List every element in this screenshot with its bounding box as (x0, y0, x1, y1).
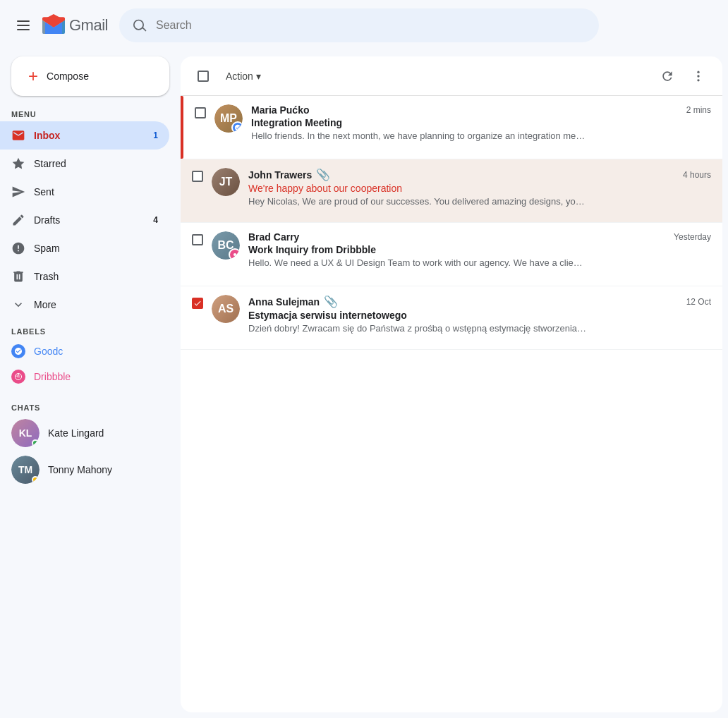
email-content-1: Maria Pućko 2 mins Integration Meeting H… (251, 104, 711, 141)
john-avatar: JT (212, 168, 240, 196)
unread-divider-1 (181, 96, 183, 159)
hamburger-icon (17, 20, 30, 30)
email-time-1: 2 mins (686, 105, 711, 115)
svg-point-7 (697, 71, 699, 73)
chat-avatar-tonny: TM (11, 456, 40, 484)
email-item-1[interactable]: MP Maria Pućko 2 mins Integration Meetin… (181, 96, 722, 159)
sidebar-item-label-starred: Starred (34, 158, 158, 169)
email-content-3: Brad Carry Yesterday Work Inquiry from D… (248, 231, 711, 268)
compose-plus-icon: + (28, 68, 38, 85)
svg-point-0 (16, 374, 22, 380)
svg-point-10 (233, 253, 236, 256)
sidebar-item-label-more: More (34, 299, 158, 310)
email-header-1: Maria Pućko 2 mins (251, 104, 711, 116)
topbar: Gmail (0, 0, 728, 51)
select-all-checkbox[interactable] (198, 71, 209, 82)
sidebar-item-drafts[interactable]: Drafts 4 (0, 206, 169, 234)
email-preview-4: Dzień dobry! Zwracam się do Państwa z pr… (248, 323, 587, 334)
main-layout: + Compose MENU Inbox 1 Starred Sent (0, 51, 728, 718)
sidebar-item-spam[interactable]: Spam (0, 234, 169, 262)
email-list: MP Maria Pućko 2 mins Integration Meetin… (181, 96, 722, 712)
svg-point-5 (149, 469, 151, 471)
sidebar-item-label-sent: Sent (34, 186, 158, 197)
gmail-logo-icon (41, 13, 66, 38)
chat-avatar-kate: KL (11, 419, 40, 447)
anna-avatar: AS (212, 295, 240, 323)
email-select-checkbox-2[interactable] (192, 171, 203, 182)
email-subject-4: Estymacja serwisu internetowego (248, 310, 711, 321)
email-select-checkbox-1[interactable] (195, 107, 206, 118)
chats-section-label: CHATS (0, 395, 181, 415)
spam-icon (11, 241, 25, 255)
email-preview-3: Hello. We need a UX & UI Design Team to … (248, 257, 587, 268)
gmail-text: Gmail (69, 16, 108, 35)
email-item-3[interactable]: BC Brad Carry Yesterday Work Inquiry fro… (181, 223, 722, 286)
email-time-3: Yesterday (674, 232, 711, 242)
email-checkbox-2 (192, 168, 203, 182)
label-item-goodc[interactable]: Goodc (0, 339, 169, 364)
labels-section-label: LABELS (0, 319, 181, 339)
email-avatar-3: BC (212, 231, 240, 260)
search-bar (119, 8, 599, 42)
attachment-icon-4: 📎 (324, 295, 338, 308)
sidebar: + Compose MENU Inbox 1 Starred Sent (0, 51, 181, 718)
email-sender-4: Anna Sulejman 📎 (248, 295, 338, 308)
label-item-dribbble[interactable]: Dribbble (0, 364, 169, 389)
email-time-2: 4 hours (683, 170, 711, 180)
compose-button[interactable]: + Compose (11, 56, 169, 96)
sidebar-item-label-spam: Spam (34, 243, 158, 254)
email-sender-2: John Trawers 📎 (248, 168, 330, 181)
email-time-4: 12 Oct (686, 297, 711, 307)
brad-avatar-badge (229, 248, 240, 260)
chat-item-kate[interactable]: KL Kate Lingard (0, 415, 169, 451)
chat-name-tonny: Tonny Mahony (48, 464, 133, 475)
email-header-4: Anna Sulejman 📎 12 Oct (248, 295, 711, 308)
sidebar-item-sent[interactable]: Sent (0, 178, 169, 206)
svg-point-9 (697, 79, 699, 81)
refresh-button[interactable] (655, 63, 680, 89)
inbox-icon (11, 128, 25, 142)
sidebar-item-trash[interactable]: Trash (0, 262, 169, 291)
sidebar-item-starred[interactable]: Starred (0, 150, 169, 178)
sidebar-item-inbox[interactable]: Inbox 1 (0, 121, 169, 150)
dribbble-label-dot (11, 370, 25, 384)
tonny-online-dot (32, 476, 39, 483)
email-preview-2: Hey Nicolas, We are proud of our success… (248, 196, 587, 207)
email-avatar-1: MP (214, 104, 243, 133)
label-name-goodc: Goodc (34, 346, 63, 357)
more-options-button[interactable] (686, 63, 711, 89)
attachment-icon-2: 📎 (316, 168, 330, 181)
email-item-4[interactable]: AS Anna Sulejman 📎 12 Oct Estymacja serw… (181, 286, 722, 350)
search-input[interactable] (156, 19, 585, 32)
search-icon (133, 18, 147, 32)
sidebar-item-label-drafts: Drafts (34, 214, 145, 226)
email-checkbox-3 (192, 231, 203, 245)
email-avatar-4: AS (212, 295, 240, 323)
chats-section: CHATS KL Kate Lingard TM Tonny Mahony (0, 395, 181, 488)
email-subject-1: Integration Meeting (251, 117, 711, 128)
email-select-checkbox-4[interactable] (192, 298, 203, 309)
label-name-dribbble: Dribbble (34, 371, 71, 382)
sidebar-item-badge-inbox: 1 (153, 130, 158, 140)
svg-point-2 (149, 432, 151, 434)
refresh-icon (660, 69, 674, 83)
chat-name-kate: Kate Lingard (48, 427, 133, 439)
menu-toggle-button[interactable] (11, 15, 35, 36)
more-vert-icon (691, 69, 705, 83)
email-header-3: Brad Carry Yesterday (248, 231, 711, 243)
action-dropdown-button[interactable]: Action ▾ (220, 65, 267, 87)
email-checkbox-1 (192, 104, 206, 118)
menu-section-label: MENU (0, 102, 181, 121)
email-subject-2: We're happy about our cooperation (248, 183, 711, 194)
email-item-2[interactable]: JT John Trawers 📎 4 hours We're happy ab… (181, 159, 722, 223)
drafts-icon (11, 213, 25, 227)
email-header-2: John Trawers 📎 4 hours (248, 168, 711, 181)
sidebar-item-more[interactable]: More (0, 291, 169, 319)
star-icon (11, 157, 25, 171)
email-select-checkbox-3[interactable] (192, 234, 203, 245)
svg-point-4 (145, 469, 147, 471)
chat-item-tonny[interactable]: TM Tonny Mahony (0, 451, 169, 488)
trash-icon (11, 269, 25, 284)
sidebar-item-badge-drafts: 4 (153, 215, 158, 225)
email-content-4: Anna Sulejman 📎 12 Oct Estymacja serwisu… (248, 295, 711, 334)
